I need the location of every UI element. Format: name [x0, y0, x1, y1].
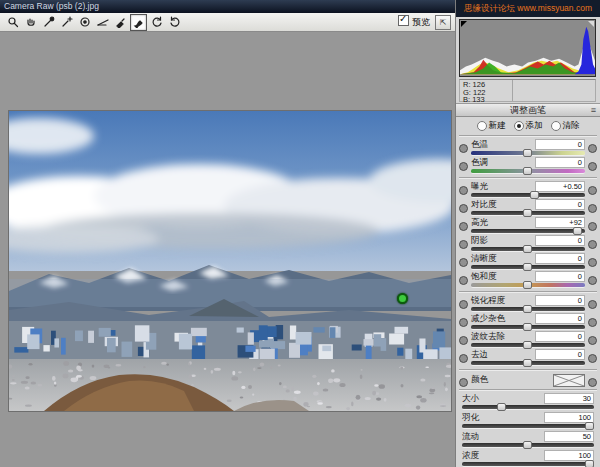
slider-value-box[interactable]: 0: [535, 349, 585, 360]
decrease-pip[interactable]: [459, 222, 468, 231]
slider-track[interactable]: [471, 265, 585, 270]
slider-track[interactable]: [471, 247, 585, 252]
slider-thumb[interactable]: [573, 227, 582, 235]
decrease-pip[interactable]: [459, 258, 468, 267]
increase-pip[interactable]: [588, 186, 597, 195]
brush-pin[interactable]: [397, 293, 408, 304]
slider-thumb[interactable]: [523, 149, 532, 157]
slider-track[interactable]: [471, 229, 585, 234]
slider-value-box[interactable]: +0.50: [535, 181, 585, 192]
brush-mode-option[interactable]: 新建: [477, 120, 506, 132]
slider-thumb[interactable]: [523, 209, 532, 217]
increase-pip[interactable]: [588, 354, 597, 363]
targeted-adjustment-tool-icon[interactable]: [76, 14, 93, 31]
decrease-pip[interactable]: [459, 300, 468, 309]
hand-tool-icon[interactable]: [22, 14, 39, 31]
slider-thumb[interactable]: [530, 191, 539, 199]
decrease-pip[interactable]: [459, 318, 468, 327]
shadow-clip-icon[interactable]: [461, 21, 467, 27]
increase-pip[interactable]: [588, 240, 597, 249]
increase-pip[interactable]: [588, 300, 597, 309]
adjustment-brush-tool-icon[interactable]: [130, 14, 147, 31]
slider-thumb[interactable]: [523, 281, 532, 289]
slider-value-box[interactable]: 0: [535, 199, 585, 210]
slider-thumb[interactable]: [497, 403, 506, 411]
slider-thumb[interactable]: [523, 305, 532, 313]
increase-pip[interactable]: [588, 318, 597, 327]
slider-thumb[interactable]: [523, 441, 532, 449]
straighten-tool-icon[interactable]: [94, 14, 111, 31]
decrease-pip[interactable]: [459, 204, 468, 213]
slider-value-box[interactable]: 0: [535, 157, 585, 168]
decrease-pip[interactable]: [459, 186, 468, 195]
increase-pip[interactable]: [588, 204, 597, 213]
color-swatch[interactable]: [553, 374, 585, 387]
slider-track[interactable]: [471, 361, 585, 366]
slider-thumb[interactable]: [523, 323, 532, 331]
slider-track[interactable]: [471, 193, 585, 198]
slider-track[interactable]: [462, 462, 594, 467]
slider-track[interactable]: [471, 211, 585, 216]
white-balance-tool-icon[interactable]: [40, 14, 57, 31]
decrease-pip[interactable]: [459, 354, 468, 363]
slider-thumb[interactable]: [523, 245, 532, 253]
slider-track[interactable]: [471, 307, 585, 312]
slider-thumb[interactable]: [523, 167, 532, 175]
increase-pip[interactable]: [588, 276, 597, 285]
rotate-left-tool-icon[interactable]: [148, 14, 165, 31]
slider-track[interactable]: [462, 424, 594, 429]
rotate-right-tool-icon[interactable]: [166, 14, 183, 31]
slider-track[interactable]: [471, 169, 585, 174]
slider-value-box[interactable]: 0: [535, 295, 585, 306]
slider-label: 浓度: [462, 450, 479, 462]
slider-thumb[interactable]: [523, 359, 532, 367]
decrease-pip[interactable]: [459, 162, 468, 171]
photo-preview[interactable]: [8, 110, 452, 412]
increase-pip[interactable]: [588, 222, 597, 231]
slider-thumb[interactable]: [585, 422, 594, 430]
color-sampler-tool-icon[interactable]: [58, 14, 75, 31]
slider-value-box[interactable]: 0: [535, 313, 585, 324]
zoom-tool-icon[interactable]: [4, 14, 21, 31]
fullscreen-toggle-button[interactable]: ⇱: [435, 15, 451, 30]
increase-pip[interactable]: [588, 144, 597, 153]
decrease-pip[interactable]: [459, 144, 468, 153]
slider-value-box[interactable]: 30: [544, 393, 594, 404]
decrease-pip[interactable]: [459, 336, 468, 345]
slider-track[interactable]: [471, 283, 585, 288]
decrease-pip[interactable]: [459, 240, 468, 249]
decrease-pip[interactable]: [459, 378, 468, 387]
slider-value-box[interactable]: 0: [535, 271, 585, 282]
brush-mode-option[interactable]: 清除: [551, 120, 580, 132]
slider-value-box[interactable]: 0: [535, 253, 585, 264]
slider-track[interactable]: [462, 405, 594, 410]
highlight-clip-icon[interactable]: [588, 21, 594, 27]
slider-label: 波纹去除: [471, 331, 505, 343]
slider-row: 高光 +92: [459, 217, 597, 235]
panel-menu-icon[interactable]: ≡: [591, 104, 596, 117]
slider-track[interactable]: [471, 343, 585, 348]
slider-value-box[interactable]: 0: [535, 139, 585, 150]
slider-track[interactable]: [462, 443, 594, 448]
slider-thumb[interactable]: [585, 460, 594, 467]
slider-main: 色调 0: [471, 157, 585, 174]
slider-value-box[interactable]: 0: [535, 235, 585, 246]
spot-removal-tool-icon[interactable]: [112, 14, 129, 31]
slider-thumb[interactable]: [523, 341, 532, 349]
increase-pip[interactable]: [588, 378, 597, 387]
slider-track[interactable]: [471, 151, 585, 156]
increase-pip[interactable]: [588, 336, 597, 345]
slider-row: 色调 0: [459, 157, 597, 175]
panel-tab[interactable]: 调整画笔 ≡: [456, 103, 600, 117]
slider-label: 清晰度: [471, 253, 497, 265]
histogram[interactable]: [459, 19, 596, 77]
slider-track[interactable]: [471, 325, 585, 330]
preview-checkbox[interactable]: 预览: [398, 15, 430, 29]
brush-mode-selected[interactable]: 添加: [514, 120, 543, 132]
increase-pip[interactable]: [588, 258, 597, 267]
decrease-pip[interactable]: [459, 276, 468, 285]
slider-thumb[interactable]: [523, 263, 532, 271]
slider-value-box[interactable]: 50: [544, 431, 594, 442]
increase-pip[interactable]: [588, 162, 597, 171]
slider-value-box[interactable]: 0: [535, 331, 585, 342]
